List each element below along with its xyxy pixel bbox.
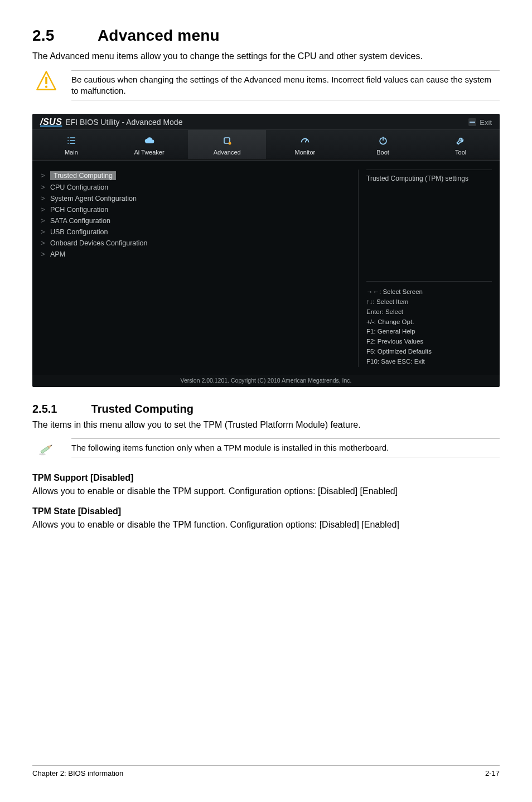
menu-item-label: SATA Configuration: [50, 217, 110, 225]
tab-main[interactable]: Main: [32, 130, 110, 159]
chevron-right-icon: >: [40, 250, 46, 258]
menu-item-onboard-devices[interactable]: > Onboard Devices Configuration: [40, 238, 348, 249]
section-title: Advanced menu: [98, 27, 220, 44]
gauge-icon: [266, 134, 344, 147]
bios-menu-list: > Trusted Computing > CPU Configuration …: [40, 170, 348, 367]
tpm-state-body: Allows you to enable or disable the TPM …: [32, 519, 500, 531]
bios-title: EFI BIOS Utility - Advanced Mode: [65, 118, 182, 127]
bios-tab-bar: Main Ai Tweaker Advanced Monitor Boot: [32, 129, 500, 160]
intro-paragraph: The Advanced menu items allow you to cha…: [32, 50, 500, 62]
chevron-right-icon: >: [40, 172, 46, 180]
bios-footer: Version 2.00.1201. Copyright (C) 2010 Am…: [32, 375, 500, 387]
tpm-support-body: Allows you to enable or disable the TPM …: [32, 485, 500, 497]
tab-label: Boot: [344, 149, 422, 156]
svg-point-17: [39, 453, 46, 456]
svg-point-2: [45, 85, 47, 88]
tab-label: Advanced: [188, 149, 266, 156]
asus-logo: /SUS: [40, 117, 62, 127]
menu-item-sata[interactable]: > SATA Configuration: [40, 215, 348, 226]
chevron-right-icon: >: [40, 239, 46, 247]
subsection-number: 2.5.1: [32, 403, 88, 416]
tab-advanced[interactable]: Advanced: [188, 130, 266, 159]
power-icon: [344, 134, 422, 147]
wrench-icon: [422, 134, 500, 147]
menu-item-label: Onboard Devices Configuration: [50, 239, 147, 247]
chevron-right-icon: >: [40, 206, 46, 214]
menu-item-label: APM: [50, 250, 65, 258]
menu-item-system-agent[interactable]: > System Agent Configuration: [40, 193, 348, 204]
help-line: F2: Previous Values: [366, 337, 492, 347]
help-line: +/-: Change Opt.: [366, 317, 492, 327]
menu-item-label: PCH Configuration: [50, 206, 108, 214]
help-line: F10: Save ESC: Exit: [366, 357, 492, 367]
page-footer: Chapter 2: BIOS information 2-17: [32, 765, 500, 777]
bios-titlebar: /SUS EFI BIOS Utility - Advanced Mode Ex…: [32, 114, 500, 129]
footer-page-number: 2-17: [485, 769, 500, 777]
tab-label: Main: [32, 149, 110, 156]
bios-screenshot: /SUS EFI BIOS Utility - Advanced Mode Ex…: [32, 114, 500, 387]
menu-item-pch[interactable]: > PCH Configuration: [40, 204, 348, 215]
chip-icon: [188, 134, 266, 147]
tpm-support-heading: TPM Support [Disabled]: [32, 473, 500, 483]
menu-item-label: System Agent Configuration: [50, 195, 137, 202]
tab-boot[interactable]: Boot: [344, 130, 422, 159]
cloud-icon: [110, 134, 188, 147]
help-line: F1: General Help: [366, 327, 492, 337]
help-line: →←: Select Screen: [366, 287, 492, 297]
menu-item-apm[interactable]: > APM: [40, 249, 348, 260]
menu-item-usb[interactable]: > USB Configuration: [40, 226, 348, 238]
tab-ai-tweaker[interactable]: Ai Tweaker: [110, 130, 188, 159]
warning-icon: [32, 70, 60, 91]
chevron-right-icon: >: [40, 217, 46, 225]
tab-tool[interactable]: Tool: [422, 130, 500, 159]
tab-label: Ai Tweaker: [110, 149, 188, 156]
warning-text: Be cautious when changing the settings o…: [71, 70, 500, 101]
section-number: 2.5: [32, 27, 94, 45]
menu-item-label: USB Configuration: [50, 228, 108, 236]
list-icon: [32, 134, 110, 147]
svg-point-10: [229, 142, 231, 145]
bios-help: →←: Select Screen ↑↓: Select Item Enter:…: [366, 281, 492, 367]
note-callout: The following items function only when a…: [32, 438, 500, 460]
tab-monitor[interactable]: Monitor: [266, 130, 344, 159]
bios-exit-button[interactable]: Exit: [468, 118, 492, 127]
chevron-right-icon: >: [40, 228, 46, 236]
subsection-heading: 2.5.1 Trusted Computing: [32, 403, 500, 416]
help-line: Enter: Select: [366, 307, 492, 317]
subsection-intro: The items in this menu allow you to set …: [32, 419, 500, 431]
subsection-title: Trusted Computing: [91, 403, 194, 415]
chevron-right-icon: >: [40, 195, 46, 202]
note-text: The following items function only when a…: [71, 438, 500, 457]
menu-item-label: CPU Configuration: [50, 183, 108, 191]
svg-rect-14: [41, 447, 49, 454]
svg-rect-1: [45, 76, 47, 84]
help-line: ↑↓: Select Item: [366, 297, 492, 307]
bios-description: Trusted Computing (TPM) settings: [366, 170, 492, 281]
pencil-icon: [32, 438, 60, 460]
svg-line-11: [305, 139, 307, 142]
bios-exit-label: Exit: [480, 118, 492, 127]
tab-label: Tool: [422, 149, 500, 156]
menu-item-cpu-configuration[interactable]: > CPU Configuration: [40, 182, 348, 193]
menu-item-trusted-computing[interactable]: > Trusted Computing: [40, 170, 348, 182]
menu-item-label: Trusted Computing: [50, 171, 116, 180]
section-heading: 2.5 Advanced menu: [32, 27, 500, 45]
help-line: F5: Optimized Defaults: [366, 347, 492, 357]
tpm-state-heading: TPM State [Disabled]: [32, 506, 500, 516]
warning-callout: Be cautious when changing the settings o…: [32, 70, 500, 101]
exit-icon: [468, 118, 476, 126]
footer-chapter: Chapter 2: BIOS information: [32, 769, 123, 777]
tab-label: Monitor: [266, 149, 344, 156]
chevron-right-icon: >: [40, 183, 46, 191]
